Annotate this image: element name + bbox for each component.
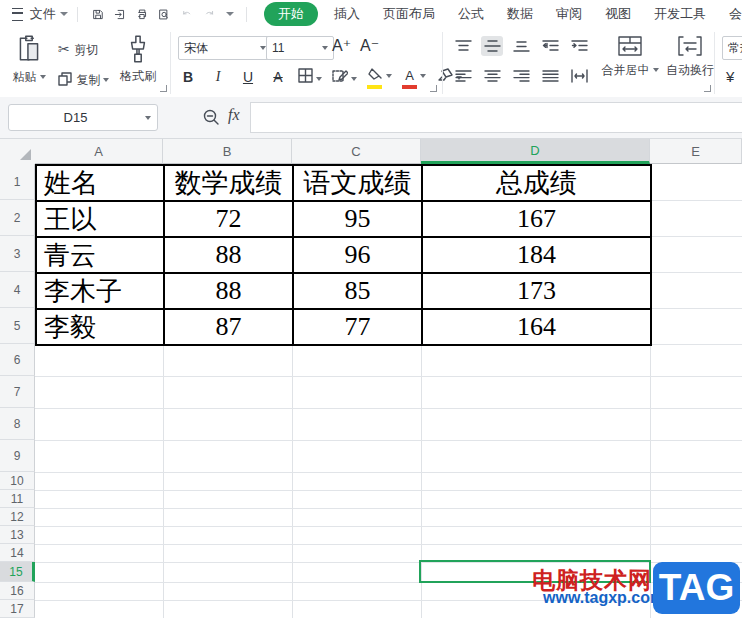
- quickbar-more-icon[interactable]: [226, 12, 234, 16]
- redo-icon[interactable]: [203, 6, 215, 23]
- font-dialog-launcher-icon[interactable]: [430, 85, 437, 92]
- cell-b4[interactable]: 88: [165, 274, 294, 310]
- tab-developer[interactable]: 开发工具: [654, 5, 706, 23]
- merge-dropdown-icon[interactable]: [653, 68, 659, 72]
- cell-a4[interactable]: 李木子: [37, 274, 165, 310]
- borders-button[interactable]: [298, 68, 322, 87]
- column-header-d-selected[interactable]: D: [421, 139, 650, 164]
- align-top-button[interactable]: [452, 36, 474, 56]
- copy-button[interactable]: 复制: [58, 70, 109, 89]
- row-header-12[interactable]: 12: [0, 508, 35, 526]
- print-icon[interactable]: [136, 6, 148, 23]
- decrease-indent-button[interactable]: [539, 36, 561, 56]
- cell-c4[interactable]: 85: [294, 274, 423, 310]
- row-header-2[interactable]: 2: [0, 200, 35, 236]
- row-header-15-selected[interactable]: 15: [0, 562, 35, 582]
- increase-indent-button[interactable]: [568, 36, 590, 56]
- tab-formulas[interactable]: 公式: [458, 5, 484, 23]
- wrap-text-button[interactable]: 自动换行: [664, 34, 716, 79]
- paste-button[interactable]: 粘贴: [8, 34, 50, 86]
- cell-a1[interactable]: 姓名: [37, 166, 165, 202]
- row-header-4[interactable]: 4: [0, 272, 35, 308]
- row-header-1[interactable]: 1: [0, 164, 35, 200]
- row-header-14[interactable]: 14: [0, 544, 35, 562]
- row-header-13[interactable]: 13: [0, 526, 35, 544]
- cell-b5[interactable]: 87: [165, 310, 294, 346]
- column-header-b[interactable]: B: [163, 139, 292, 164]
- font-color-button[interactable]: A: [402, 66, 426, 89]
- formula-input[interactable]: [250, 102, 742, 133]
- row-header-5[interactable]: 5: [0, 308, 35, 344]
- cell-c2[interactable]: 95: [294, 202, 423, 238]
- row-header-16[interactable]: 16: [0, 582, 35, 600]
- draw-border-dropdown-icon[interactable]: [351, 77, 357, 81]
- justify-button[interactable]: [539, 66, 561, 86]
- align-left-button[interactable]: [452, 66, 474, 86]
- cell-d1[interactable]: 总成绩: [423, 166, 652, 202]
- cut-button[interactable]: ✂ 剪切: [58, 40, 98, 59]
- align-right-button[interactable]: [510, 66, 532, 86]
- currency-button[interactable]: ¥: [726, 68, 734, 85]
- draw-border-button[interactable]: [332, 68, 357, 87]
- row-header-10[interactable]: 10: [0, 472, 35, 490]
- zoom-search-icon[interactable]: [202, 108, 220, 126]
- alignment-dialog-launcher-icon[interactable]: [704, 85, 711, 92]
- strikethrough-button[interactable]: A: [268, 67, 288, 87]
- select-all-corner[interactable]: [0, 139, 36, 165]
- cell-b2[interactable]: 72: [165, 202, 294, 238]
- cell-c3[interactable]: 96: [294, 238, 423, 274]
- row-header-11[interactable]: 11: [0, 490, 35, 508]
- column-header-c[interactable]: C: [292, 139, 421, 164]
- column-header-e[interactable]: E: [650, 139, 742, 164]
- row-header-7[interactable]: 7: [0, 376, 35, 408]
- align-bottom-button[interactable]: [510, 36, 532, 56]
- increase-font-button[interactable]: A⁺: [332, 36, 351, 55]
- font-name-select[interactable]: 宋体: [178, 36, 272, 60]
- borders-dropdown-icon[interactable]: [316, 77, 322, 81]
- fill-color-button[interactable]: [367, 66, 392, 89]
- fx-label[interactable]: fx: [228, 106, 240, 124]
- cell-d3[interactable]: 184: [423, 238, 652, 274]
- chevron-down-icon[interactable]: [60, 12, 68, 16]
- distribute-button[interactable]: [568, 66, 590, 86]
- number-format-select[interactable]: 常规: [722, 36, 742, 60]
- align-center-button[interactable]: [481, 66, 503, 86]
- print-preview-icon[interactable]: [158, 6, 170, 23]
- file-menu[interactable]: 文件: [30, 5, 56, 23]
- save-icon[interactable]: [92, 6, 104, 23]
- row-header-17[interactable]: 17: [0, 600, 35, 618]
- align-middle-button[interactable]: [481, 36, 503, 56]
- name-box[interactable]: D15: [8, 104, 158, 131]
- bold-button[interactable]: B: [178, 67, 198, 87]
- row-header-6[interactable]: 6: [0, 344, 35, 376]
- cell-a2[interactable]: 王以: [37, 202, 165, 238]
- row-header-8[interactable]: 8: [0, 408, 35, 440]
- cell-d5[interactable]: 164: [423, 310, 652, 346]
- cell-c1[interactable]: 语文成绩: [294, 166, 423, 202]
- cell-d2[interactable]: 167: [423, 202, 652, 238]
- merge-center-button[interactable]: 合并居中: [598, 34, 662, 79]
- tab-view[interactable]: 视图: [605, 5, 631, 23]
- tab-member-clipped[interactable]: 会: [729, 5, 742, 23]
- italic-button[interactable]: I: [208, 67, 228, 87]
- name-box-dropdown-icon[interactable]: [145, 116, 151, 120]
- hamburger-menu-icon[interactable]: [12, 8, 23, 21]
- undo-icon[interactable]: [181, 6, 193, 23]
- cell-c5[interactable]: 77: [294, 310, 423, 346]
- tab-data[interactable]: 数据: [507, 5, 533, 23]
- decrease-font-button[interactable]: A⁻: [360, 36, 379, 55]
- clipboard-dialog-launcher-icon[interactable]: [160, 85, 167, 92]
- cell-b1[interactable]: 数学成绩: [165, 166, 294, 202]
- tab-review[interactable]: 审阅: [556, 5, 582, 23]
- underline-button[interactable]: U: [238, 67, 258, 87]
- cell-d4[interactable]: 173: [423, 274, 652, 310]
- row-header-9[interactable]: 9: [0, 440, 35, 472]
- copy-dropdown-icon[interactable]: [103, 78, 109, 82]
- tab-page-layout[interactable]: 页面布局: [383, 5, 435, 23]
- font-color-dropdown-icon[interactable]: [420, 74, 426, 78]
- fill-dropdown-icon[interactable]: [386, 74, 392, 78]
- row-header-3[interactable]: 3: [0, 236, 35, 272]
- format-painter-button[interactable]: 格式刷: [116, 34, 160, 85]
- tab-insert[interactable]: 插入: [334, 5, 360, 23]
- font-size-select[interactable]: 11: [266, 36, 334, 60]
